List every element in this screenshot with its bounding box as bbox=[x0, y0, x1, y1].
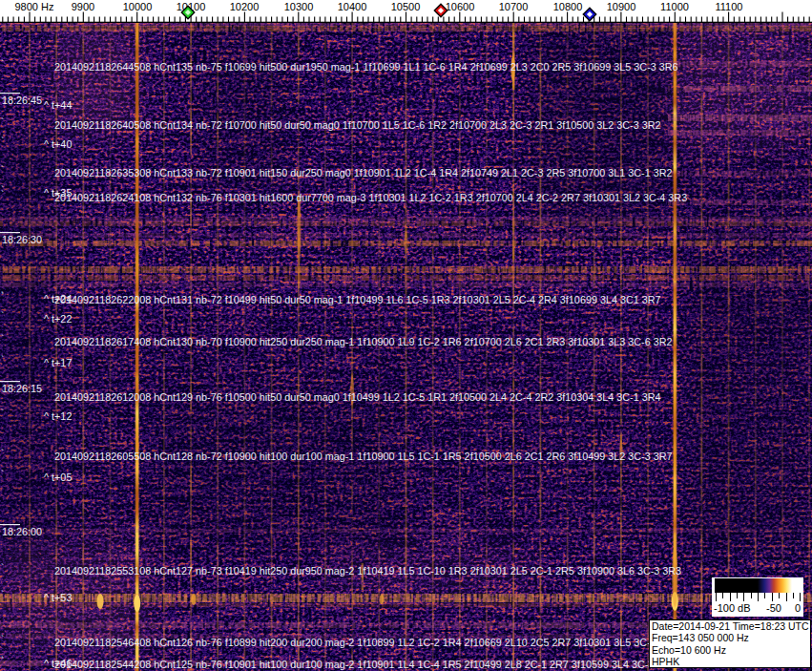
svg-text:^ t+22: ^ t+22 bbox=[44, 313, 72, 325]
svg-text:`: ` bbox=[1, 117, 4, 128]
svg-text:`: ` bbox=[1, 59, 4, 70]
svg-text:20140921182553108 hCnt127 nb-7: 20140921182553108 hCnt127 nb-73 f10419 h… bbox=[54, 565, 681, 577]
svg-text:^ t+44: ^ t+44 bbox=[44, 99, 72, 111]
svg-text:20140921182635308 hCnt133 nb-7: 20140921182635308 hCnt133 nb-72 f10901 h… bbox=[54, 167, 673, 178]
svg-text:20140921182612008 hCnt129 nb-7: 20140921182612008 hCnt129 nb-76 f10500 h… bbox=[54, 391, 661, 403]
svg-text:11000: 11000 bbox=[660, 1, 689, 12]
svg-text:`: ` bbox=[1, 165, 4, 176]
svg-text:`: ` bbox=[1, 190, 4, 200]
svg-text:18:26:15: 18:26:15 bbox=[2, 383, 42, 394]
svg-text:`: ` bbox=[1, 355, 4, 366]
svg-text:^ t+17: ^ t+17 bbox=[44, 357, 72, 368]
svg-text:^ t+12: ^ t+12 bbox=[44, 410, 72, 422]
svg-text:10900: 10900 bbox=[607, 1, 636, 12]
svg-text:^ t+40: ^ t+40 bbox=[44, 138, 72, 150]
svg-text:`: ` bbox=[1, 136, 4, 147]
svg-text:18:26:45: 18:26:45 bbox=[2, 94, 42, 106]
svg-text:^ t+53: ^ t+53 bbox=[44, 592, 72, 603]
svg-text:10300: 10300 bbox=[284, 1, 314, 12]
svg-text:20140921182624108 hCnt132 nb-7: 20140921182624108 hCnt132 nb-76 f10301 h… bbox=[54, 192, 687, 203]
svg-text:10000: 10000 bbox=[123, 1, 153, 12]
svg-text:^ t+05: ^ t+05 bbox=[44, 472, 72, 483]
svg-text:`: ` bbox=[1, 389, 4, 400]
svg-text:10500: 10500 bbox=[391, 1, 421, 12]
svg-text:20140921182544208 hCnt125 nb-7: 20140921182544208 hCnt125 nb-76 f10901 h… bbox=[54, 659, 676, 670]
svg-text:`: ` bbox=[1, 635, 4, 645]
svg-text:`: ` bbox=[1, 657, 4, 667]
svg-text:`: ` bbox=[1, 449, 4, 459]
svg-text:18:26:30: 18:26:30 bbox=[2, 234, 42, 245]
svg-text:18:26:00: 18:26:00 bbox=[2, 526, 42, 537]
svg-text:`: ` bbox=[1, 563, 4, 574]
svg-text:20140921182622008 hCnt131 nb-7: 20140921182622008 hCnt131 nb-72 f10499 h… bbox=[54, 294, 661, 305]
svg-text:11100: 11100 bbox=[716, 1, 743, 12]
svg-text:`: ` bbox=[1, 334, 4, 345]
svg-text:9900: 9900 bbox=[72, 1, 94, 12]
svg-text:`: ` bbox=[1, 292, 4, 303]
svg-text:10200: 10200 bbox=[230, 1, 260, 12]
svg-text:10700: 10700 bbox=[499, 1, 529, 12]
svg-text:`: ` bbox=[1, 470, 4, 480]
svg-text:20140921182640508 hCnt134 nb-7: 20140921182640508 hCnt134 nb-72 f10700 h… bbox=[54, 119, 661, 131]
svg-text:10600: 10600 bbox=[446, 1, 475, 12]
svg-text:`: ` bbox=[1, 97, 4, 108]
svg-text:20140921182546408 hCnt126 nb-7: 20140921182546408 hCnt126 nb-76 f10899 h… bbox=[54, 637, 678, 648]
svg-text:9800 Hz: 9800 Hz bbox=[15, 1, 54, 12]
svg-text:20140921182617408 hCnt130 nb-7: 20140921182617408 hCnt130 nb-70 f10900 h… bbox=[54, 336, 673, 347]
svg-text:`: ` bbox=[1, 311, 4, 322]
svg-text:10400: 10400 bbox=[338, 1, 367, 12]
svg-text:10800: 10800 bbox=[553, 1, 583, 12]
svg-text:20140921182605508 hCnt128 nb-7: 20140921182605508 hCnt128 nb-72 f10900 h… bbox=[54, 451, 673, 462]
svg-text:20140921182644508 hCnt135 nb-7: 20140921182644508 hCnt135 nb-75 f10699 h… bbox=[54, 61, 678, 73]
svg-text:`: ` bbox=[1, 409, 4, 419]
svg-text:`: ` bbox=[1, 590, 4, 600]
